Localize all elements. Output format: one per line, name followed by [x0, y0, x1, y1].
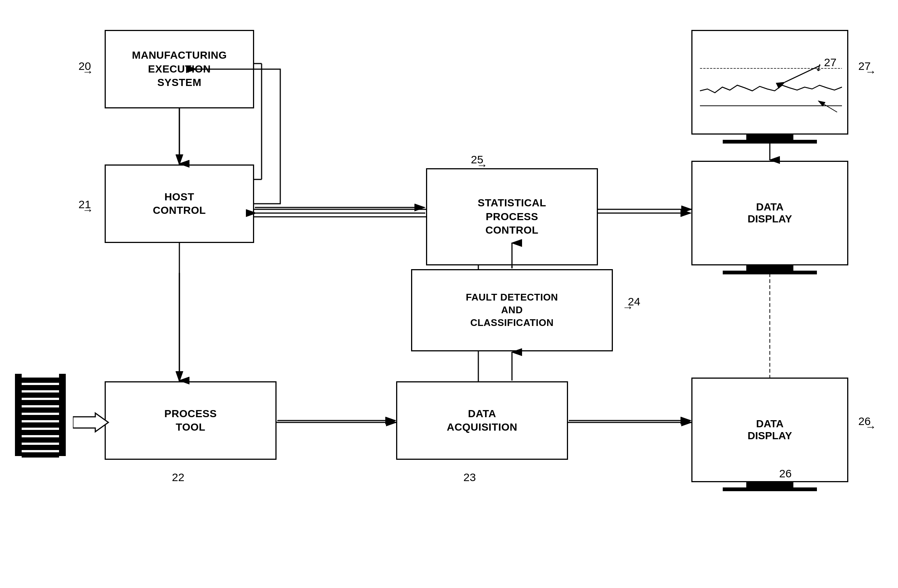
monitor-stand-right-top [746, 265, 793, 271]
svg-rect-24 [22, 408, 59, 413]
data-display-right-top-label: DATA DISPLAY [748, 201, 792, 225]
spc-box: STATISTICAL PROCESS CONTROL [426, 168, 598, 265]
host-control-label: HOST CONTROL [153, 190, 206, 217]
svg-rect-18 [15, 374, 22, 456]
data-display-right-top-monitor: DATA DISPLAY [691, 161, 848, 274]
svg-line-17 [818, 101, 837, 112]
process-tool-box: PROCESS TOOL [105, 381, 277, 460]
svg-rect-20 [22, 377, 59, 383]
svg-rect-23 [22, 400, 59, 405]
mes-box: MANUFACTURING EXECUTION SYSTEM [105, 30, 254, 108]
mes-label: MANUFACTURING EXECUTION SYSTEM [132, 49, 227, 89]
fdc-label: FAULT DETECTION AND CLASSIFICATION [466, 291, 558, 329]
data-acquisition-label: DATA ACQUISITION [447, 407, 517, 434]
data-acquisition-box: DATA ACQUISITION [396, 381, 568, 460]
svg-rect-26 [22, 422, 59, 428]
data-display-bottom-monitor: DATA DISPLAY 26 → [691, 377, 848, 491]
svg-rect-30 [22, 452, 59, 457]
data-display-bottom-label: DATA DISPLAY [748, 418, 792, 442]
svg-marker-31 [73, 413, 108, 432]
host-control-box: HOST CONTROL [105, 165, 254, 243]
wafer-stack [11, 374, 71, 460]
process-tool-label: PROCESS TOOL [165, 407, 217, 434]
diagram-container: MANUFACTURING EXECUTION SYSTEM 20 → HOST… [0, 0, 898, 588]
spc-label: STATISTICAL PROCESS CONTROL [478, 196, 546, 237]
monitor-stand-bottom [746, 482, 793, 488]
svg-rect-19 [59, 374, 66, 456]
monitor-base-right-top [723, 271, 817, 274]
svg-rect-21 [22, 385, 59, 390]
svg-rect-27 [22, 430, 59, 435]
fdc-box: FAULT DETECTION AND CLASSIFICATION [411, 269, 613, 351]
svg-rect-28 [22, 437, 59, 443]
wafer-stack-svg [11, 374, 71, 460]
hollow-arrow-svg [73, 411, 110, 434]
data-acquisition-ref: 23 [463, 471, 476, 484]
svg-rect-25 [22, 415, 59, 420]
svg-rect-22 [22, 393, 59, 398]
ref-26: 26 [779, 467, 792, 480]
data-display-top-monitor: 27 → [691, 30, 848, 143]
monitor-base-bottom [723, 488, 817, 491]
ref-arrow-svg [691, 30, 848, 149]
process-tool-ref: 22 [172, 471, 184, 484]
wafer-arrow [73, 411, 110, 435]
ref-27: 27 [824, 56, 836, 69]
svg-rect-29 [22, 445, 59, 450]
